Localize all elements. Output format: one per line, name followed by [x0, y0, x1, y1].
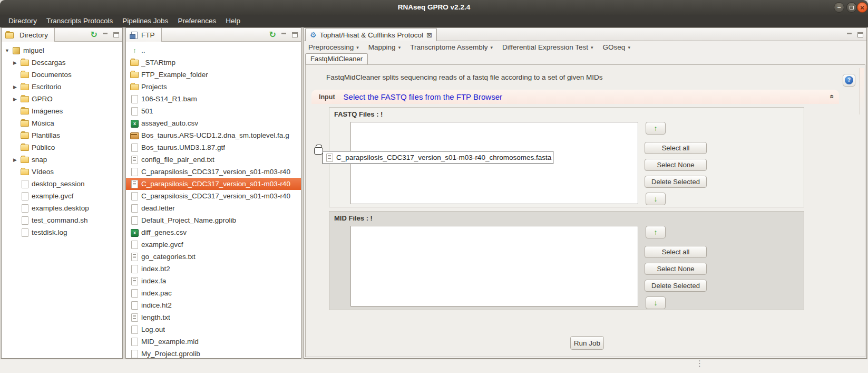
file-item[interactable]: index.fa — [126, 275, 301, 287]
file-item[interactable]: My_Project.gprolib — [126, 348, 301, 358]
mid-files-listbox[interactable] — [350, 226, 638, 307]
file-item[interactable]: MID_example.mid — [126, 336, 301, 348]
tree-item[interactable]: examples.desktop — [2, 202, 122, 214]
tree-item[interactable]: example.gvcf — [2, 190, 122, 202]
view-maximize-icon[interactable] — [857, 32, 863, 37]
tree-item[interactable]: Música — [2, 117, 122, 129]
help-button[interactable]: ? — [843, 74, 855, 87]
move-up-button[interactable]: ↑ — [646, 122, 666, 135]
menu-transcripts-protocols[interactable]: Transcripts Protocols — [42, 15, 118, 27]
select-all-button[interactable]: Select all — [645, 246, 707, 258]
tree-item[interactable]: Imágenes — [2, 105, 122, 117]
view-minimize-icon[interactable] — [847, 32, 852, 37]
menu-transcriptome-assembly[interactable]: Transcriptome Assembly▾ — [410, 43, 493, 51]
delete-selected-button[interactable]: Delete Selected — [645, 280, 707, 292]
window-minimize-button[interactable]: − — [834, 2, 844, 13]
file-item[interactable]: Projects — [126, 81, 301, 93]
window-title: RNAseq GPRO v2.2.4 — [0, 0, 868, 15]
move-down-button[interactable]: ↓ — [646, 297, 666, 309]
file-item[interactable]: 106-S14_R1.bam — [126, 93, 301, 105]
select-all-button[interactable]: Select all — [645, 142, 707, 154]
file-item[interactable]: index.pac — [126, 287, 301, 299]
view-maximize-icon[interactable] — [292, 32, 298, 37]
view-minimize-icon[interactable] — [281, 32, 287, 37]
file-item[interactable]: ↑.. — [126, 44, 301, 56]
file-item[interactable]: 501 — [126, 105, 301, 117]
file-item[interactable]: index.bt2 — [126, 263, 301, 275]
delete-selected-button[interactable]: Delete Selected — [645, 176, 707, 188]
tree-item[interactable]: ▶snap — [2, 154, 122, 166]
window-maximize-button[interactable] — [846, 2, 857, 13]
menu-mapping[interactable]: Mapping▾ — [368, 43, 401, 51]
tree-item[interactable]: test_command.sh — [2, 214, 122, 226]
item-label: index.fa — [141, 277, 166, 285]
select-none-button[interactable]: Select None — [645, 159, 707, 171]
file-item[interactable]: C_parapsilosis_CDC317_version_s01-m03-r4… — [126, 190, 301, 202]
chevron-down-icon: ▾ — [490, 45, 493, 50]
item-label: Escritorio — [32, 83, 61, 91]
form-scrollbar[interactable] — [859, 68, 864, 114]
gripper-dots-icon[interactable]: ⋮ — [696, 361, 704, 366]
menu-directory[interactable]: Directory — [4, 15, 42, 27]
expander-open-icon[interactable]: ▼ — [5, 48, 12, 53]
menu-preprocessing[interactable]: Preprocessing▾ — [308, 43, 359, 51]
tab-fastqmidcleaner[interactable]: FastqMidCleaner — [305, 53, 368, 64]
view-maximize-icon[interactable] — [113, 32, 119, 37]
tree-item[interactable]: ▶Escritorio — [2, 81, 122, 93]
file-item[interactable]: config_file_pair_end.txt — [126, 154, 301, 166]
file-item[interactable]: Default_Project_Name.gprolib — [126, 214, 301, 226]
collapse-section-icon[interactable]: » — [827, 94, 835, 99]
tree-item[interactable]: Público — [2, 141, 122, 154]
file-item[interactable]: indice.ht2 — [126, 299, 301, 311]
select-none-button[interactable]: Select None — [645, 263, 707, 275]
refresh-icon[interactable]: ↻ — [91, 31, 97, 39]
file-item[interactable]: example.gvcf — [126, 238, 301, 251]
file-item[interactable]: FTP_Example_folder — [126, 69, 301, 81]
view-minimize-icon[interactable] — [103, 32, 108, 37]
menu-differential-expression-test[interactable]: Differential Expression Test▾ — [502, 43, 593, 51]
tree-item[interactable]: desktop_session — [2, 178, 122, 190]
file-item[interactable]: C_parapsilosis_CDC317_version_s01-m03-r4… — [126, 166, 301, 178]
item-label: C_parapsilosis_CDC317_version_s01-m03-r4… — [141, 192, 290, 200]
tab-close-icon[interactable]: ⊠ — [426, 32, 432, 39]
menu-preferences[interactable]: Preferences — [173, 15, 221, 27]
file-item[interactable]: C_parapsilosis_CDC317_version_s01-m03-r4… — [126, 178, 301, 190]
tree-item[interactable]: Plantillas — [2, 129, 122, 141]
refresh-icon[interactable]: ↻ — [269, 31, 276, 39]
expander-closed-icon[interactable]: ▶ — [13, 84, 21, 90]
protocol-tab-label: Tophat/Hisat & Cufflinks Protocol — [320, 31, 423, 39]
tree-item[interactable]: ▶Descargas — [2, 56, 122, 69]
file-icon — [21, 228, 30, 236]
ftp-tab[interactable]: FTP — [126, 28, 162, 42]
file-item[interactable]: Log.out — [126, 323, 301, 336]
protocol-tab[interactable]: ⚙ Tophat/Hisat & Cufflinks Protocol ⊠ — [305, 28, 437, 41]
run-job-button[interactable]: Run Job — [570, 336, 604, 350]
tree-item[interactable]: Vídeos — [2, 166, 122, 178]
tree-item[interactable]: testdisk.log — [2, 226, 122, 238]
move-down-button[interactable]: ↓ — [646, 193, 666, 205]
expander-closed-icon[interactable]: ▶ — [13, 60, 21, 65]
file-item[interactable]: Bos_taurus.UMD3.1.87.gtf — [126, 141, 301, 154]
file-item[interactable]: diff_genes.csv — [126, 226, 301, 238]
input-section-header[interactable]: Input Select the FASTQ files from the FT… — [311, 90, 839, 104]
tree-item[interactable]: Documentos — [2, 69, 122, 81]
menu-pipelines-jobs[interactable]: Pipelines Jobs — [118, 15, 173, 27]
file-item[interactable]: _STARtmp — [126, 56, 301, 69]
menu-goseq[interactable]: GOseq▾ — [603, 43, 630, 51]
file-item[interactable]: length.txt — [126, 311, 301, 323]
item-label: C_parapsilosis_CDC317_version_s01-m03-r4… — [141, 180, 290, 188]
expander-closed-icon[interactable]: ▶ — [13, 157, 21, 162]
move-up-button[interactable]: ↑ — [646, 226, 666, 238]
menu-help[interactable]: Help — [221, 15, 245, 27]
window-close-button[interactable]: × — [857, 2, 867, 13]
file-item[interactable]: Bos_taurus.ARS-UCD1.2.dna_sm.toplevel.fa… — [126, 129, 301, 141]
titlebar[interactable]: RNAseq GPRO v2.2.4 − × — [0, 0, 868, 15]
tree-item[interactable]: ▼miguel — [2, 44, 122, 56]
file-item[interactable]: dead.letter — [126, 202, 301, 214]
directory-tab[interactable]: Directory — [2, 28, 55, 42]
item-label: Música — [32, 119, 54, 127]
file-item[interactable]: go_categories.txt — [126, 251, 301, 263]
file-item[interactable]: assayed_auto.csv — [126, 117, 301, 129]
expander-closed-icon[interactable]: ▶ — [13, 97, 21, 102]
tree-item[interactable]: ▶GPRO — [2, 93, 122, 105]
